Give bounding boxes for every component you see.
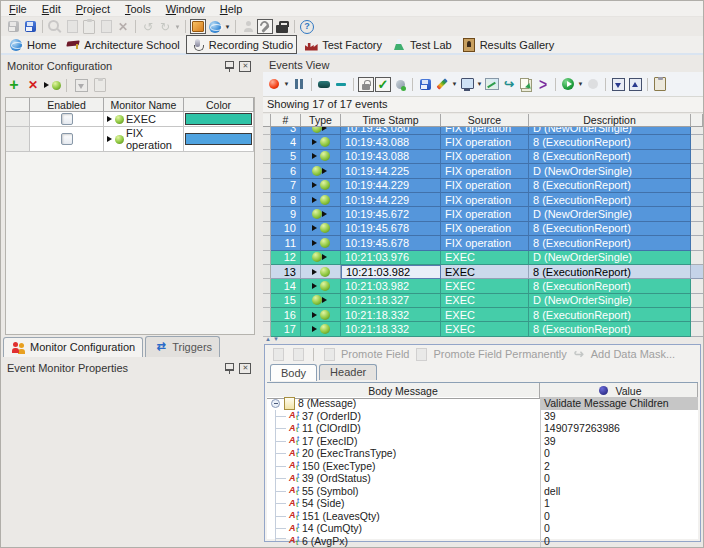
field-row[interactable]: 55 (Symbol) dell xyxy=(267,485,698,498)
event-row[interactable]: 9 10:19:45.672 FIX operation D (NewOrder… xyxy=(263,207,703,221)
field-row[interactable]: 20 (ExecTransType) 0 xyxy=(267,447,698,460)
field-row[interactable]: 14 (CumQty) 0 xyxy=(267,522,698,535)
field-value[interactable]: 0 xyxy=(540,535,698,548)
menu-item[interactable]: Edit xyxy=(42,3,61,15)
record-dropdown-icon[interactable] xyxy=(283,81,290,87)
import-events-icon[interactable] xyxy=(610,77,626,92)
save-events-icon[interactable] xyxy=(417,77,433,92)
field-row[interactable]: 39 (OrdStatus) 0 xyxy=(267,472,698,485)
lock-icon[interactable] xyxy=(358,77,374,92)
tab-architecture-school[interactable]: Architecture School xyxy=(62,36,182,53)
export-events-icon[interactable] xyxy=(627,77,643,92)
event-row[interactable]: 7 10:19:44.229 FIX operation 8 (Executio… xyxy=(263,179,703,193)
field-value[interactable]: 0 xyxy=(540,472,698,485)
column-type[interactable]: Type xyxy=(301,114,341,127)
field-value[interactable]: 39 xyxy=(540,410,698,423)
tab-monitor-configuration[interactable]: Monitor Configuration xyxy=(3,337,143,357)
column-number[interactable]: # xyxy=(271,114,301,127)
package-icon[interactable] xyxy=(190,19,206,34)
splitter-down-icon[interactable]: ▼ xyxy=(273,336,279,342)
field-value[interactable]: 0 xyxy=(540,522,698,535)
enabled-checkbox[interactable] xyxy=(61,133,73,145)
event-row[interactable]: 16 10:21:18.332 EXEC 8 (ExecutionReport) xyxy=(263,308,703,322)
event-row[interactable]: 3 10:19:43.080 FIX operation D (NewOrder… xyxy=(263,127,703,135)
monitor-row-fix-operation[interactable]: FIX operation xyxy=(6,127,254,142)
event-row[interactable]: 14 10:21:03.982 EXEC 8 (ExecutionReport) xyxy=(263,279,703,293)
field-row[interactable]: 54 (Side) 1 xyxy=(267,497,698,510)
chart-icon[interactable] xyxy=(484,77,500,92)
next-icon[interactable] xyxy=(535,77,551,92)
tab-header[interactable]: Header xyxy=(319,364,377,380)
menu-item[interactable]: Tools xyxy=(125,3,151,15)
menu-item[interactable]: Help xyxy=(220,3,243,15)
event-row[interactable]: 6 10:19:44.225 FIX operation D (NewOrder… xyxy=(263,164,703,178)
field-row[interactable]: 151 (LeavesQty) 0 xyxy=(267,510,698,523)
pin-icon[interactable] xyxy=(221,59,237,74)
wrench-icon[interactable] xyxy=(257,19,273,34)
column-color[interactable]: Color xyxy=(184,98,254,112)
field-value[interactable]: 2 xyxy=(540,460,698,473)
field-value[interactable]: 0 xyxy=(540,447,698,460)
menu-item[interactable]: File xyxy=(9,3,27,15)
browser-dropdown-icon[interactable] xyxy=(224,24,231,30)
tab-results-gallery[interactable]: Results Gallery xyxy=(458,36,558,53)
event-row[interactable]: 17 10:21:18.332 EXEC 8 (ExecutionReport) xyxy=(263,322,703,336)
hide-events-icon[interactable] xyxy=(316,77,332,92)
field-row[interactable]: 150 (ExecType) 2 xyxy=(267,460,698,473)
splitter-handle[interactable]: ▲▼ xyxy=(265,336,279,342)
event-row[interactable]: 4 10:19:43.088 FIX operation 8 (Executio… xyxy=(263,135,703,149)
tab-body[interactable]: Body xyxy=(270,364,317,381)
field-value[interactable]: 0 xyxy=(540,510,698,523)
message-root-row[interactable]: 8 (Message) Validate Message Children xyxy=(267,397,698,410)
add-monitor-icon[interactable] xyxy=(6,78,22,93)
import-monitor-icon[interactable] xyxy=(44,78,60,93)
record-icon[interactable] xyxy=(266,77,282,92)
collapse-toggle-icon[interactable] xyxy=(270,397,281,410)
accept-icon[interactable] xyxy=(375,77,391,92)
menu-item[interactable]: Project xyxy=(76,3,110,15)
color-filter-icon[interactable] xyxy=(434,77,450,92)
monitor-view-icon[interactable] xyxy=(459,77,475,92)
pin-icon[interactable] xyxy=(221,361,237,376)
event-row[interactable]: 10 10:19:45.678 FIX operation 8 (Executi… xyxy=(263,222,703,236)
color-swatch[interactable] xyxy=(185,133,252,145)
event-row[interactable]: 13 10:21:03.982 EXEC 8 (ExecutionReport) xyxy=(263,265,703,279)
delete-monitor-icon[interactable] xyxy=(25,78,41,93)
briefcase-icon[interactable] xyxy=(274,19,290,34)
enabled-checkbox[interactable] xyxy=(61,113,73,125)
field-value[interactable]: dell xyxy=(540,485,698,498)
tab-triggers[interactable]: Triggers xyxy=(145,336,220,357)
message-value[interactable]: Validate Message Children xyxy=(540,397,698,410)
browser-globe-icon[interactable] xyxy=(207,19,223,34)
color-filter-dropdown-icon[interactable] xyxy=(451,81,458,87)
tab-test-factory[interactable]: Test Factory xyxy=(300,36,385,53)
tab-recording-studio[interactable]: Recording Studio xyxy=(186,35,297,54)
field-value[interactable]: 1490797263986 xyxy=(540,422,698,435)
play-dropdown-icon[interactable] xyxy=(577,81,584,87)
column-source[interactable]: Source xyxy=(441,114,529,127)
menu-item[interactable]: Window xyxy=(166,3,205,15)
field-row[interactable]: 6 (AvgPx) 0 xyxy=(267,535,698,548)
paste-events-icon[interactable] xyxy=(652,77,668,92)
color-swatch[interactable] xyxy=(185,113,252,125)
field-value[interactable]: 39 xyxy=(540,435,698,448)
restore-icon[interactable] xyxy=(237,59,253,74)
event-row[interactable]: 15 10:21:18.327 EXEC D (NewOrderSingle) xyxy=(263,294,703,308)
forward-icon[interactable] xyxy=(501,77,517,92)
restore-icon[interactable] xyxy=(237,361,253,376)
clear-icon[interactable] xyxy=(392,77,408,92)
splitter-up-icon[interactable]: ▲ xyxy=(265,336,271,342)
event-row[interactable]: 5 10:19:43.088 FIX operation 8 (Executio… xyxy=(263,150,703,164)
column-monitor-name[interactable]: Monitor Name xyxy=(104,98,184,112)
monitor-row-exec[interactable]: EXEC xyxy=(6,112,254,127)
monitor-view-dropdown-icon[interactable] xyxy=(476,81,483,87)
field-row[interactable]: 17 (ExecID) 39 xyxy=(267,435,698,448)
column-time-stamp[interactable]: Time Stamp xyxy=(341,114,441,127)
tab-test-lab[interactable]: Test Lab xyxy=(388,36,455,53)
remove-event-icon[interactable] xyxy=(333,77,349,92)
column-description[interactable]: Description xyxy=(529,114,691,127)
pause-icon[interactable] xyxy=(291,77,307,92)
column-enabled[interactable]: Enabled xyxy=(30,98,104,112)
tab-home[interactable]: Home xyxy=(5,36,59,53)
field-value[interactable]: 1 xyxy=(540,497,698,510)
